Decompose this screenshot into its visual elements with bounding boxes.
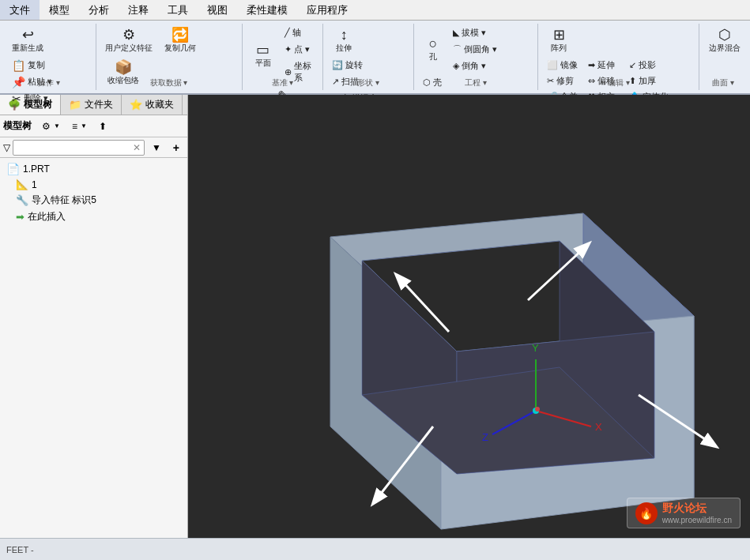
btn-tree-action[interactable]: ⬆ <box>94 118 111 134</box>
tree-item-insert-label: 在此插入 <box>28 210 66 224</box>
group-label-engineering: 工程 ▾ <box>414 77 537 88</box>
ribbon: ↩ 重新生成 📋 复制 📌 粘贴 ▾ ✂ 删除 ▾ <box>0 21 750 95</box>
btn-array[interactable]: ⊞ 阵列 <box>543 25 575 56</box>
ribbon-group-shape: ↕ 拉伸 🔄 旋转 ↗ 扫描 〰 扫描混合 <box>323 24 414 90</box>
viewport[interactable]: X Y Z 🔥 野火论坛 www.proewildfire.cn <box>188 95 750 538</box>
ribbon-group-operations: ↩ 重新生成 📋 复制 📌 粘贴 ▾ ✂ 删除 ▾ <box>3 24 96 90</box>
btn-project[interactable]: ↙ 投影 <box>625 58 665 73</box>
prt-icon: 📄 <box>6 163 20 175</box>
regenerate-label: 重新生成 <box>12 43 43 54</box>
menu-view[interactable]: 视图 <box>198 0 237 20</box>
project-icon: ↙ <box>629 60 636 70</box>
user-feature-icon: ⚙ <box>122 28 135 42</box>
copy-geo-label: 复制几何 <box>164 43 196 54</box>
regenerate-icon: ↩ <box>22 28 34 42</box>
model-tree-content: 📄 1.PRT 📐 1 🔧 导入特征 标识5 ➡ 在此插入 <box>0 158 187 538</box>
tree-item-prt-label: 1.PRT <box>23 163 50 175</box>
search-input[interactable] <box>17 143 130 152</box>
boundary-blend-icon: ⬡ <box>718 28 731 42</box>
btn-tree-settings[interactable]: ⚙ ▼ <box>37 118 65 134</box>
btn-search-options[interactable]: ▼ <box>147 140 166 156</box>
axis-icon: ╱ <box>285 28 290 38</box>
btn-hole[interactable]: ○ 孔 <box>419 25 447 73</box>
user-feature-label: 用户定义特征 <box>105 43 153 54</box>
mirror-icon: ⬜ <box>547 60 558 70</box>
shrink-icon: 📦 <box>115 60 132 74</box>
round-icon: ⌒ <box>453 43 462 55</box>
panel-search: ✕ <box>13 140 145 156</box>
btn-user-feature[interactable]: ⚙ 用户定义特征 <box>101 25 156 56</box>
tree-columns-icon: ≡ <box>72 121 77 132</box>
ribbon-group-edit: ⊞ 阵列 ⬜ 镜像 ➡ 延伸 ↙ <box>538 24 699 90</box>
btn-boundary-blend[interactable]: ⬡ 边界混合 <box>704 25 745 56</box>
coord-icon: ⊕ <box>285 67 292 77</box>
svg-text:Z: Z <box>482 431 488 443</box>
delete-label: 删除 ▾ <box>24 92 48 104</box>
array-label: 阵列 <box>551 43 567 54</box>
tree-item-insert[interactable]: ➡ 在此插入 <box>3 209 184 225</box>
watermark-text: 野火论坛 www.proewildfire.cn <box>662 502 732 524</box>
revolve-icon: 🔄 <box>332 60 343 70</box>
tree-action-icon: ⬆ <box>99 121 107 132</box>
revolve-label: 旋转 <box>345 59 363 71</box>
status-text: FEET - <box>6 545 34 554</box>
btn-tree-columns[interactable]: ≡ ▼ <box>67 118 92 134</box>
watermark-logo: 🔥 <box>635 502 658 524</box>
btn-regenerate[interactable]: ↩ 重新生成 <box>8 25 47 56</box>
import-icon: 🔧 <box>16 194 28 206</box>
btn-delete[interactable]: ✂ 删除 ▾ <box>8 91 56 106</box>
btn-draft[interactable]: ◣ 拔模 ▾ <box>449 25 501 40</box>
btn-axis[interactable]: ╱ 轴 <box>281 25 320 40</box>
ribbon-group-getdata: ⚙ 用户定义特征 🔁 复制几何 📦 收缩包络 获取数据 ▾ <box>96 24 243 90</box>
copy-geo-icon: 🔁 <box>171 28 189 42</box>
mirror-label: 镜像 <box>560 59 578 71</box>
group-label-edit: 编辑 ▾ <box>538 77 699 88</box>
hole-label: 孔 <box>429 51 437 62</box>
chamfer-icon: ◈ <box>453 61 459 71</box>
tree-item-import[interactable]: 🔧 导入特征 标识5 <box>3 192 184 209</box>
ribbon-group-datum: ▭ 平面 ╱ 轴 ✦ 点 ▾ ⊕ <box>243 24 324 90</box>
extrude-icon: ↕ <box>341 28 348 42</box>
btn-mirror[interactable]: ⬜ 镜像 <box>543 58 582 73</box>
btn-extrude[interactable]: ↕ 拉伸 <box>328 25 360 56</box>
menu-apps[interactable]: 应用程序 <box>297 0 357 20</box>
draft-icon: ◣ <box>453 28 459 38</box>
ribbon-group-ops-content: ↩ 重新生成 📋 复制 📌 粘贴 ▾ ✂ 删除 ▾ <box>8 24 91 117</box>
tree-item-prt[interactable]: 📄 1.PRT <box>3 161 184 177</box>
tree-item-import-label: 导入特征 标识5 <box>32 194 96 207</box>
btn-round[interactable]: ⌒ 倒圆角 ▾ <box>449 42 501 57</box>
copy-label: 复制 <box>28 59 45 71</box>
btn-plane[interactable]: ▭ 平面 <box>247 25 279 85</box>
search-clear-icon[interactable]: ✕ <box>133 142 141 153</box>
param1-icon: 📐 <box>16 179 28 190</box>
menu-tools[interactable]: 工具 <box>158 0 198 20</box>
draft-label: 拔模 ▾ <box>462 27 486 39</box>
menu-file[interactable]: 文件 <box>0 0 40 20</box>
ribbon-content: ↩ 重新生成 📋 复制 📌 粘贴 ▾ ✂ 删除 ▾ <box>0 22 750 92</box>
left-panel: 🌳 模型树 📁 文件夹 ⭐ 收藏夹 模型树 ⚙ ▼ ≡ ▼ ⬆ <box>0 95 188 538</box>
extrude-label: 拉伸 <box>336 43 352 54</box>
svg-text:X: X <box>595 421 602 433</box>
main-area: 🌳 模型树 📁 文件夹 ⭐ 收藏夹 模型树 ⚙ ▼ ≡ ▼ ⬆ <box>0 95 750 538</box>
btn-copy[interactable]: 📋 复制 <box>8 58 56 73</box>
btn-copy-geo[interactable]: 🔁 复制几何 <box>158 25 202 56</box>
ribbon-group-surface: ⬡ 边界混合 曲面 ▾ <box>699 24 747 90</box>
tree-columns-arrow: ▼ <box>81 122 87 130</box>
btn-point[interactable]: ✦ 点 ▾ <box>281 42 320 57</box>
group-label-shape: 形状 ▾ <box>323 77 413 88</box>
plane-label: 平面 <box>255 58 271 69</box>
menu-analysis[interactable]: 分析 <box>79 0 119 20</box>
round-label: 倒圆角 ▾ <box>464 43 497 55</box>
menu-annotation[interactable]: 注释 <box>119 0 158 20</box>
panel-title: 模型树 <box>3 119 32 133</box>
btn-revolve[interactable]: 🔄 旋转 <box>328 58 382 73</box>
btn-add-item[interactable]: + <box>168 139 184 156</box>
ribbon-group-engineering: ○ 孔 ◣ 拔模 ▾ ⌒ 倒圆角 ▾ ◈ 倒角 ▾ <box>414 24 538 90</box>
project-label: 投影 <box>639 59 656 71</box>
tree-item-param1[interactable]: 📐 1 <box>3 177 184 192</box>
btn-extend[interactable]: ➡ 延伸 <box>584 58 624 73</box>
btn-chamfer[interactable]: ◈ 倒角 ▾ <box>449 58 501 73</box>
menu-flexible[interactable]: 柔性建模 <box>237 0 297 20</box>
menu-model[interactable]: 模型 <box>40 0 79 20</box>
insert-icon: ➡ <box>16 211 24 223</box>
